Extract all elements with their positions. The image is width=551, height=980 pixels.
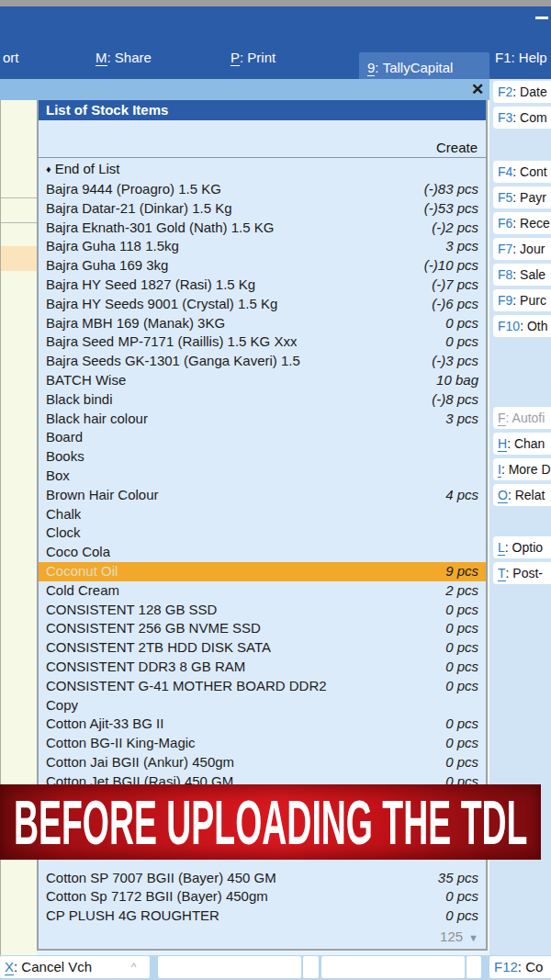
item-qty: 0 pcs bbox=[445, 734, 478, 753]
list-item[interactable]: Bajra MBH 169 (Manak) 3KG0 pcs bbox=[39, 314, 486, 333]
sidebar-button-f7[interactable]: F7: Jour bbox=[493, 238, 551, 260]
item-name: CP PLUSH 4G ROUGHTER bbox=[46, 907, 219, 926]
sidebar-button-l[interactable]: L: Optio bbox=[493, 536, 551, 558]
list-item[interactable]: CONSISTENT 128 GB SSD0 pcs bbox=[39, 601, 486, 620]
list-item[interactable]: Clock bbox=[39, 524, 486, 543]
empty-slot bbox=[303, 956, 319, 978]
sidebar-button-f6[interactable]: F6: Rece bbox=[493, 212, 551, 234]
list-item[interactable]: Coco Cola bbox=[39, 543, 486, 562]
sidebar-button-f2[interactable]: F2: Date bbox=[493, 81, 551, 103]
create-button[interactable]: Create bbox=[436, 140, 478, 155]
sidebar-button-f[interactable]: F: Autofi bbox=[493, 407, 551, 429]
list-item[interactable]: Black hair colour3 pcs bbox=[39, 410, 486, 429]
list-item[interactable]: CONSISTENT G-41 MOTHER BOARD DDR20 pcs bbox=[39, 677, 486, 696]
item-name: Cotton Ajit-33 BG II bbox=[46, 715, 163, 734]
list-item[interactable]: Bajra Seeds GK-1301 (Ganga Kaveri) 1.5(-… bbox=[39, 352, 486, 371]
sidebar-button-f9[interactable]: F9: Purc bbox=[493, 289, 551, 311]
list-item[interactable]: Cotton BG-II King-Magic0 pcs bbox=[39, 734, 486, 753]
scroll-down-icon[interactable]: ▼ bbox=[468, 932, 478, 943]
list-item[interactable]: Cotton Ajit-33 BG II0 pcs bbox=[39, 715, 486, 734]
cancel-key: X bbox=[5, 960, 14, 975]
item-name: CONSISTENT 2TB HDD DISK SATA bbox=[46, 638, 271, 658]
scroll-up-button[interactable]: ^ bbox=[118, 956, 150, 978]
close-icon[interactable]: ✕ bbox=[467, 80, 488, 99]
button-label: : Relat bbox=[508, 488, 545, 502]
toolbar-item-print[interactable]: P: Print bbox=[231, 50, 276, 66]
list-item[interactable]: Bajra HY Seeds 9001 (Crystal) 1.5 Kg(-)6… bbox=[39, 295, 486, 314]
list-item[interactable]: BATCH Wise10 bag bbox=[39, 371, 486, 390]
divider bbox=[39, 157, 486, 158]
sidebar-button-h[interactable]: H: Chan bbox=[493, 433, 551, 455]
list-item[interactable]: Cotton Jai BGII (Ankur) 450gm0 pcs bbox=[39, 753, 486, 772]
button-label: : Payr bbox=[512, 190, 546, 205]
minimize-icon[interactable] bbox=[535, 17, 548, 19]
list-item[interactable]: Chalk bbox=[39, 505, 486, 524]
item-qty: (-)53 pcs bbox=[424, 199, 478, 219]
sidebar-button-f3[interactable]: F3: Com bbox=[493, 107, 551, 129]
button-label: : Com bbox=[512, 110, 546, 125]
list-item[interactable]: Bajra Guha 118 1.5kg3 pcs bbox=[39, 237, 486, 256]
field-highlight bbox=[1, 246, 38, 271]
sidebar-button-f8[interactable]: F8: Sale bbox=[493, 264, 551, 286]
toolbar-item-share[interactable]: M: Share bbox=[96, 50, 152, 66]
list-item[interactable]: Box bbox=[39, 467, 486, 486]
list-item[interactable]: CONSISTENT 256 GB NVME SSD0 pcs bbox=[39, 619, 486, 638]
key-label: F9 bbox=[498, 293, 512, 308]
list-item[interactable]: Bajra 9444 (Proagro) 1.5 KG(-)83 pcs bbox=[39, 180, 486, 199]
configure-key: F12 bbox=[494, 959, 518, 974]
sidebar-button-f10[interactable]: F10: Oth bbox=[493, 315, 551, 337]
toolbar-item-export-partial[interactable]: ort bbox=[3, 50, 19, 65]
toolbar-item-help[interactable]: F1: Help bbox=[495, 50, 547, 65]
tallycapital-label: TallyCapital bbox=[383, 60, 454, 75]
list-item[interactable]: Bajra HY Seed 1827 (Rasi) 1.5 Kg(-)7 pcs bbox=[39, 276, 486, 295]
sidebar-button-f4[interactable]: F4: Cont bbox=[493, 161, 551, 183]
print-key: P bbox=[231, 51, 240, 66]
list-item[interactable]: Books bbox=[39, 447, 486, 467]
list-item[interactable]: CONSISTENT 2TB HDD DISK SATA0 pcs bbox=[39, 638, 486, 658]
divider bbox=[1, 222, 38, 223]
item-qty: 0 pcs bbox=[445, 715, 478, 734]
item-name: Bajra MBH 169 (Manak) 3KG bbox=[46, 314, 225, 333]
list-item[interactable]: Copy bbox=[39, 696, 486, 715]
end-of-list-item[interactable]: ♦End of List bbox=[46, 161, 120, 176]
list-item[interactable]: Cotton SP 7007 BGII (Bayer) 450 GM35 pcs bbox=[39, 869, 486, 888]
empty-slot bbox=[158, 956, 301, 978]
cancel-voucher-button[interactable]: X: Cancel Vch bbox=[0, 956, 119, 978]
key-label: F5 bbox=[498, 190, 512, 205]
item-qty: (-)8 pcs bbox=[432, 390, 478, 410]
configure-button[interactable]: F12: Co bbox=[489, 956, 551, 978]
list-item[interactable]: Bajra Eknath-301 Gold (Nath) 1.5 KG(-)2 … bbox=[39, 219, 486, 238]
button-label: : Date bbox=[512, 84, 546, 99]
item-name: CONSISTENT G-41 MOTHER BOARD DDR2 bbox=[46, 677, 327, 696]
button-label: : Jour bbox=[512, 242, 545, 256]
item-qty: 0 pcs bbox=[445, 887, 478, 907]
list-item[interactable]: CONSISTENT DDR3 8 GB RAM0 pcs bbox=[39, 658, 486, 677]
key-label: H bbox=[498, 437, 507, 452]
button-label: : Purc bbox=[512, 293, 546, 308]
sidebar-button-t[interactable]: T: Post- bbox=[493, 562, 551, 584]
item-name: Brown Hair Colour bbox=[46, 486, 159, 505]
list-item[interactable]: Brown Hair Colour4 pcs bbox=[39, 486, 486, 505]
list-item[interactable]: Bajra Guha 169 3kg(-)10 pcs bbox=[39, 256, 486, 276]
sidebar-button-f5[interactable]: F5: Payr bbox=[493, 186, 551, 208]
item-qty: (-)6 pcs bbox=[432, 295, 478, 314]
item-qty: 3 pcs bbox=[445, 237, 478, 256]
list-item[interactable]: Bajra Seed MP-7171 (Raillis) 1.5 KG Xxx0… bbox=[39, 332, 486, 352]
list-item[interactable]: Board bbox=[39, 428, 486, 447]
list-item[interactable]: Black bindi(-)8 pcs bbox=[39, 390, 486, 410]
list-item[interactable]: Bajra Datar-21 (Dinkar) 1.5 Kg(-)53 pcs bbox=[39, 199, 486, 219]
item-name: Box bbox=[46, 467, 70, 486]
item-name: Black bindi bbox=[46, 390, 113, 410]
sidebar-button-o[interactable]: O: Relat bbox=[493, 484, 551, 506]
list-item[interactable]: Cold Cream2 pcs bbox=[39, 581, 486, 601]
list-item[interactable]: Cotton Sp 7172 BGII (Bayer) 450gm0 pcs bbox=[39, 887, 486, 907]
help-label: Help bbox=[519, 50, 547, 65]
sidebar-button-i[interactable]: I: More D bbox=[493, 458, 551, 480]
item-name: Cotton SP 7007 BGII (Bayer) 450 GM bbox=[46, 869, 276, 888]
list-item[interactable]: CP PLUSH 4G ROUGHTER0 pcs bbox=[39, 907, 486, 926]
window-top-strip bbox=[0, 0, 551, 6]
list-item[interactable]: Coconut Oil9 pcs bbox=[39, 562, 486, 581]
item-qty: 0 pcs bbox=[445, 332, 478, 352]
item-name: Bajra Seeds GK-1301 (Ganga Kaveri) 1.5 bbox=[46, 352, 300, 371]
item-name: Cotton Jai BGII (Ankur) 450gm bbox=[46, 753, 234, 772]
